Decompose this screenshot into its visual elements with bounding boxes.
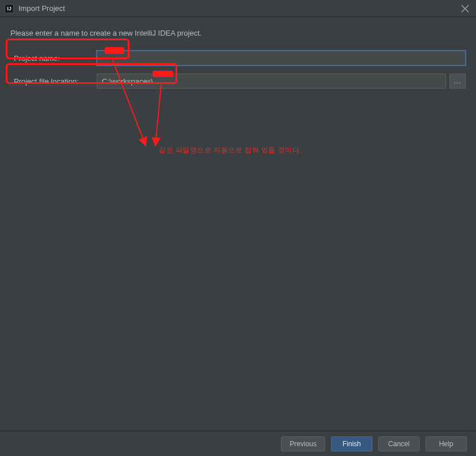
instruction-text: Please enter a name to create a new Inte… — [10, 29, 466, 37]
project-location-row: Project file location: ... — [10, 73, 466, 89]
finish-button[interactable]: Finish — [331, 436, 372, 451]
annotation-text: 같은 파일명으로 자동으로 잡혀 있을 것이다. — [159, 145, 302, 155]
app-icon: IJ — [5, 4, 14, 13]
project-name-input[interactable] — [97, 51, 466, 66]
dialog-content: Please enter a name to create a new Inte… — [0, 17, 476, 89]
cancel-button[interactable]: Cancel — [378, 436, 420, 451]
project-location-label: Project file location: — [10, 77, 97, 86]
window-title: Import Project — [18, 4, 65, 13]
close-button[interactable] — [461, 5, 469, 13]
project-name-label: Project name: — [10, 54, 97, 63]
titlebar: IJ Import Project — [0, 0, 476, 17]
previous-button[interactable]: Previous — [281, 436, 325, 451]
help-button[interactable]: Help — [425, 436, 467, 451]
ellipsis-icon: ... — [454, 77, 461, 85]
button-bar: Previous Finish Cancel Help — [0, 431, 476, 456]
project-name-row: Project name: — [10, 50, 466, 66]
svg-line-4 — [155, 85, 161, 145]
browse-button[interactable]: ... — [450, 74, 466, 89]
close-icon — [461, 5, 469, 13]
project-location-input[interactable] — [97, 74, 446, 89]
